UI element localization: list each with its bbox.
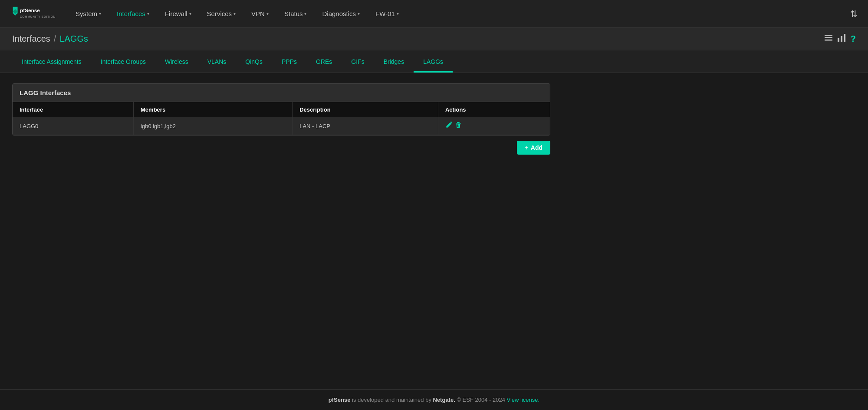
pfsense-logo: pfSense COMMUNITY EDITION bbox=[7, 5, 59, 23]
nav-label-services: Services bbox=[207, 10, 232, 17]
nav-right: ⇅ bbox=[847, 9, 861, 19]
nav-label-firewall: Firewall bbox=[165, 10, 187, 17]
breadcrumb-current: LAGGs bbox=[59, 34, 88, 44]
col-members: Members bbox=[134, 102, 293, 117]
nav-item-interfaces[interactable]: Interfaces ▾ bbox=[109, 0, 157, 28]
breadcrumb: Interfaces / LAGGs bbox=[12, 34, 88, 44]
caret-vpn: ▾ bbox=[266, 11, 269, 16]
list-icon[interactable] bbox=[825, 34, 832, 44]
svg-rect-6 bbox=[825, 37, 832, 39]
tab-qinqs[interactable]: QinQs bbox=[236, 50, 272, 73]
table-row: LAGG0 igb0,igb1,igb2 LAN - LACP bbox=[13, 117, 550, 135]
cell-description: LAN - LACP bbox=[293, 117, 438, 135]
cell-interface: LAGG0 bbox=[13, 117, 134, 135]
footer: pfSense is developed and maintained by N… bbox=[0, 389, 868, 410]
nav-menu: System ▾ Interfaces ▾ Firewall ▾ Service… bbox=[68, 0, 847, 28]
tab-interface-assignments[interactable]: Interface Assignments bbox=[12, 50, 91, 73]
nav-item-system[interactable]: System ▾ bbox=[68, 0, 109, 28]
nav-label-fw01: FW-01 bbox=[375, 10, 395, 17]
nav-item-status[interactable]: Status ▾ bbox=[276, 0, 315, 28]
nav-link-vpn[interactable]: VPN ▾ bbox=[243, 0, 276, 28]
nav-item-services[interactable]: Services ▾ bbox=[199, 0, 244, 28]
nav-link-fw01[interactable]: FW-01 ▾ bbox=[368, 0, 407, 28]
svg-rect-11 bbox=[457, 122, 460, 123]
svg-rect-7 bbox=[825, 40, 832, 41]
nav-link-services[interactable]: Services ▾ bbox=[199, 0, 244, 28]
footer-text-mid: is developed and maintained by bbox=[350, 397, 433, 403]
footer-maintainer: Netgate. bbox=[433, 397, 455, 403]
col-actions: Actions bbox=[438, 102, 550, 117]
tab-gres[interactable]: GREs bbox=[306, 50, 342, 73]
section-title: LAGG Interfaces bbox=[13, 84, 550, 102]
nav-item-fw01[interactable]: FW-01 ▾ bbox=[368, 0, 407, 28]
chart-icon[interactable] bbox=[838, 34, 845, 44]
tab-bridges[interactable]: Bridges bbox=[374, 50, 414, 73]
nav-label-vpn: VPN bbox=[251, 10, 265, 17]
nav-item-diagnostics[interactable]: Diagnostics ▾ bbox=[314, 0, 368, 28]
nav-item-vpn[interactable]: VPN ▾ bbox=[243, 0, 276, 28]
svg-rect-10 bbox=[844, 34, 845, 42]
tabs-container: Interface Assignments Interface Groups W… bbox=[0, 50, 868, 73]
lagg-table: Interface Members Description Actions LA… bbox=[13, 102, 550, 135]
svg-rect-8 bbox=[838, 38, 839, 42]
nav-link-interfaces[interactable]: Interfaces ▾ bbox=[109, 0, 157, 28]
header-icons: ? bbox=[825, 34, 856, 44]
nav-label-interfaces: Interfaces bbox=[117, 10, 145, 17]
nav-link-status[interactable]: Status ▾ bbox=[276, 0, 315, 28]
nav-label-status: Status bbox=[284, 10, 303, 17]
caret-fw01: ▾ bbox=[397, 11, 399, 16]
footer-text: pfSense is developed and maintained by N… bbox=[329, 397, 539, 403]
lagg-section: LAGG Interfaces Interface Members Descri… bbox=[12, 83, 550, 136]
edit-icon[interactable] bbox=[445, 122, 452, 130]
svg-text:pfSense: pfSense bbox=[20, 7, 40, 13]
footer-copyright: © ESF 2004 - 2024 bbox=[455, 397, 507, 403]
caret-diagnostics: ▾ bbox=[358, 11, 360, 16]
tab-interface-groups[interactable]: Interface Groups bbox=[91, 50, 155, 73]
tab-ppps[interactable]: PPPs bbox=[272, 50, 306, 73]
action-icons bbox=[445, 122, 543, 130]
footer-license-link[interactable]: View license. bbox=[507, 397, 540, 403]
table-header-row: Interface Members Description Actions bbox=[13, 102, 550, 117]
svg-rect-9 bbox=[841, 36, 842, 42]
help-icon[interactable]: ? bbox=[851, 34, 856, 44]
svg-rect-5 bbox=[825, 35, 832, 36]
table-header: Interface Members Description Actions bbox=[13, 102, 550, 117]
main-content: LAGG Interfaces Interface Members Descri… bbox=[0, 73, 868, 389]
add-button-container: + Add bbox=[12, 141, 550, 155]
col-interface: Interface bbox=[13, 102, 134, 117]
brand: pfSense COMMUNITY EDITION bbox=[7, 5, 59, 23]
nav-link-firewall[interactable]: Firewall ▾ bbox=[157, 0, 199, 28]
page-header: Interfaces / LAGGs ? bbox=[0, 28, 868, 50]
caret-system: ▾ bbox=[99, 11, 101, 16]
tab-vlans[interactable]: VLANs bbox=[198, 50, 236, 73]
nav-link-system[interactable]: System ▾ bbox=[68, 0, 109, 28]
table-body: LAGG0 igb0,igb1,igb2 LAN - LACP bbox=[13, 117, 550, 135]
caret-interfaces: ▾ bbox=[147, 11, 149, 16]
svg-rect-12 bbox=[456, 123, 461, 124]
cell-actions bbox=[438, 117, 550, 135]
caret-services: ▾ bbox=[233, 11, 236, 16]
add-button[interactable]: + Add bbox=[517, 141, 550, 155]
breadcrumb-parent[interactable]: Interfaces bbox=[12, 34, 50, 44]
col-description: Description bbox=[293, 102, 438, 117]
nav-label-diagnostics: Diagnostics bbox=[322, 10, 356, 17]
caret-firewall: ▾ bbox=[189, 11, 191, 16]
tab-gifs[interactable]: GIFs bbox=[342, 50, 374, 73]
svg-text:COMMUNITY EDITION: COMMUNITY EDITION bbox=[20, 15, 56, 18]
nav-item-firewall[interactable]: Firewall ▾ bbox=[157, 0, 199, 28]
breadcrumb-separator: / bbox=[54, 34, 56, 44]
nav-right-icon[interactable]: ⇅ bbox=[847, 9, 861, 19]
nav-link-diagnostics[interactable]: Diagnostics ▾ bbox=[314, 0, 368, 28]
caret-status: ▾ bbox=[304, 11, 306, 16]
nav-label-system: System bbox=[76, 10, 97, 17]
delete-icon[interactable] bbox=[455, 122, 462, 130]
cell-members: igb0,igb1,igb2 bbox=[134, 117, 293, 135]
tab-wireless[interactable]: Wireless bbox=[155, 50, 198, 73]
add-icon: + bbox=[525, 144, 528, 151]
footer-brand: pfSense bbox=[329, 397, 351, 403]
add-label: Add bbox=[531, 144, 542, 151]
navbar: pfSense COMMUNITY EDITION System ▾ Inter… bbox=[0, 0, 868, 28]
tab-laggs[interactable]: LAGGs bbox=[414, 50, 453, 73]
